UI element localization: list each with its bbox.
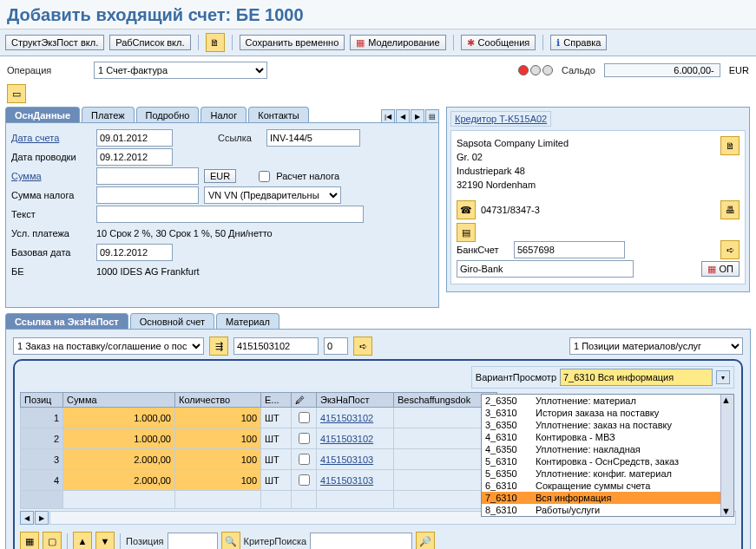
vendor-display-icon[interactable]: 🗎 — [720, 136, 740, 155]
row-check[interactable] — [299, 474, 310, 486]
bank-nav-icon[interactable]: ➪ — [720, 240, 740, 259]
scroll-right-icon[interactable]: ▶ — [35, 511, 49, 525]
select-all-icon[interactable]: ▦ — [20, 532, 39, 549]
baseline-input[interactable] — [96, 244, 173, 261]
tab-list-icon[interactable]: ▤ — [425, 109, 439, 123]
amount-input[interactable] — [96, 167, 199, 185]
col-pos[interactable]: Позиц — [21, 393, 63, 408]
light-red-icon — [518, 65, 529, 75]
po-item-input[interactable] — [324, 337, 348, 355]
tab-tax[interactable]: Налог — [201, 107, 247, 123]
address-icon[interactable]: ▤ — [457, 223, 476, 242]
dropdown-item[interactable]: 5_6310Контировка - ОснСредств, заказ — [482, 455, 733, 467]
posting-date-input[interactable] — [96, 148, 173, 166]
dd-scroll-down-icon[interactable]: ▼ — [721, 506, 733, 516]
invoice-date-input[interactable] — [96, 129, 173, 147]
page-title: Добавить входящий счет: БЕ 1000 — [0, 0, 756, 29]
simulate-button[interactable]: ▦Моделирование — [350, 35, 445, 50]
dd-scroll-up-icon[interactable]: ▲ — [721, 395, 733, 405]
items-grid: Позиц Сумма Количество Е... 🖉 ЭкзНаПост … — [20, 392, 497, 509]
reference-input[interactable] — [266, 129, 360, 147]
variant-input[interactable] — [560, 369, 713, 386]
invoice-date-label[interactable]: Дата счета — [11, 133, 91, 143]
dropdown-item[interactable]: 3_6350Уплотнение: заказ на поставку — [482, 419, 733, 431]
dropdown-item[interactable]: 3_6310История заказа на поставку — [482, 407, 733, 419]
worklist-on-button[interactable]: РабСписок вкл. — [109, 35, 190, 50]
col-amount[interactable]: Сумма — [63, 393, 175, 408]
tab-po-ref[interactable]: Ссылка на ЭкзНаПост — [5, 313, 128, 330]
search-po-icon[interactable]: ➪ — [353, 337, 372, 356]
tab-material[interactable]: Материал — [216, 313, 279, 330]
tab-next-icon[interactable]: ▶ — [411, 109, 424, 123]
filter-icon[interactable]: 🔍 — [221, 532, 240, 549]
operation-select[interactable]: 1 Счет-фактура — [94, 62, 267, 79]
dropdown-item[interactable]: 7_6310Вся информация — [482, 492, 733, 504]
open-items-button[interactable]: ▦ОП — [701, 261, 740, 277]
sort-desc-icon[interactable]: ▼ — [95, 532, 115, 549]
row-check[interactable] — [299, 433, 310, 444]
col-qty[interactable]: Количество — [175, 393, 261, 408]
help-button[interactable]: ℹСправка — [550, 35, 607, 50]
po-link[interactable]: 4151503103 — [320, 475, 373, 486]
sort-asc-icon[interactable]: ▲ — [73, 532, 92, 549]
col-po[interactable]: ЭкзНаПост — [317, 393, 394, 408]
currency-button[interactable]: EUR — [204, 169, 236, 183]
layout-select[interactable]: 1 Позиции материалов/услуг — [569, 337, 743, 355]
payterm-value: 10 Срок 2 %, 30 Срок 1 %, 50 Дни/нетто — [96, 228, 273, 239]
tab-contacts[interactable]: Контакты — [248, 107, 309, 123]
po-link[interactable]: 4151503103 — [320, 454, 373, 465]
tab-prev-icon[interactable]: ◀ — [396, 109, 410, 123]
table-row[interactable]: 42.000,00100ШТ4151503103 — [21, 470, 497, 491]
position-input[interactable] — [168, 533, 218, 549]
messages-button[interactable]: ✱Сообщения — [461, 35, 536, 50]
position-label: Позиция — [126, 536, 164, 546]
balance-label: Сальдо — [562, 65, 595, 75]
table-row[interactable]: 21.000,00100ШТ4151503102 — [21, 428, 497, 449]
col-flag-icon[interactable]: 🖉 — [292, 393, 317, 408]
vendor-label[interactable]: Кредитор — [455, 114, 496, 124]
other-doc-icon[interactable]: 🗎 — [206, 33, 225, 52]
dropdown-item[interactable]: 5_6350Уплотнение: конфиг. материал — [482, 467, 733, 480]
tab-payment[interactable]: Платеж — [82, 107, 134, 123]
po-link[interactable]: 4151503102 — [320, 434, 373, 444]
text-input[interactable] — [96, 206, 364, 223]
more-po-icon[interactable]: ⇶ — [209, 337, 228, 356]
table-row[interactable]: 32.000,00100ШТ4151503103 — [21, 449, 497, 470]
tax-code-select[interactable]: VN VN (Предварительны — [204, 186, 341, 204]
phone-icon[interactable]: ☎ — [457, 200, 476, 219]
expand-icon[interactable]: ▭ — [7, 84, 26, 103]
vendor-group: Gr. 02 — [457, 150, 740, 164]
col-uom[interactable]: Е... — [261, 393, 292, 408]
tab-detail[interactable]: Подробно — [136, 107, 200, 123]
deselect-all-icon[interactable]: ▢ — [43, 532, 62, 549]
dropdown-item[interactable]: 6_6310Сокращение суммы счета — [482, 480, 733, 492]
dropdown-item[interactable]: 8_6310Работы/услуги — [482, 504, 733, 516]
save-temp-button[interactable]: Сохранить временно — [240, 35, 345, 50]
variant-dropdown-icon[interactable]: ▾ — [716, 370, 730, 384]
tax-calc-check[interactable]: Расчет налога — [255, 168, 339, 185]
dropdown-item[interactable]: 4_6350Уплотнение: накладная — [482, 443, 733, 455]
main-toolbar: СтруктЭкзПост вкл. РабСписок вкл. 🗎 Сохр… — [0, 29, 756, 56]
find-next-icon[interactable]: 🔎 — [416, 532, 435, 549]
vendor-name: Sapsota Company Limited — [457, 136, 740, 150]
tab-gl[interactable]: Основной счет — [130, 313, 214, 330]
ref-type-select[interactable]: 1 Заказ на поставку/соглашение о пос — [13, 337, 204, 355]
tax-amount-input[interactable] — [96, 186, 199, 204]
po-input[interactable] — [233, 337, 319, 355]
row-check[interactable] — [299, 412, 310, 423]
bankacct-input[interactable] — [514, 241, 625, 258]
dropdown-item[interactable]: 4_6310Контировка - МВЗ — [482, 431, 733, 443]
amount-label[interactable]: Сумма — [11, 171, 91, 181]
simulate-label: Моделирование — [368, 37, 439, 48]
po-link[interactable]: 4151503102 — [320, 413, 373, 423]
dropdown-item[interactable]: 2_6350Уплотнение: материал — [482, 395, 733, 407]
row-check[interactable] — [299, 454, 310, 465]
tab-first-icon[interactable]: |◀ — [381, 109, 395, 123]
tab-basic[interactable]: ОснДанные — [5, 107, 80, 123]
search-input[interactable] — [310, 533, 412, 549]
tree-on-button[interactable]: СтруктЭкзПост вкл. — [5, 35, 104, 50]
scroll-left-icon[interactable]: ◀ — [20, 511, 34, 525]
table-row[interactable]: 11.000,00100ШТ4151503102 — [21, 408, 497, 428]
print-icon[interactable]: 🖶 — [720, 200, 740, 219]
variant-dropdown[interactable]: ▲ ▼ 2_6350Уплотнение: материал3_6310Исто… — [481, 394, 734, 517]
